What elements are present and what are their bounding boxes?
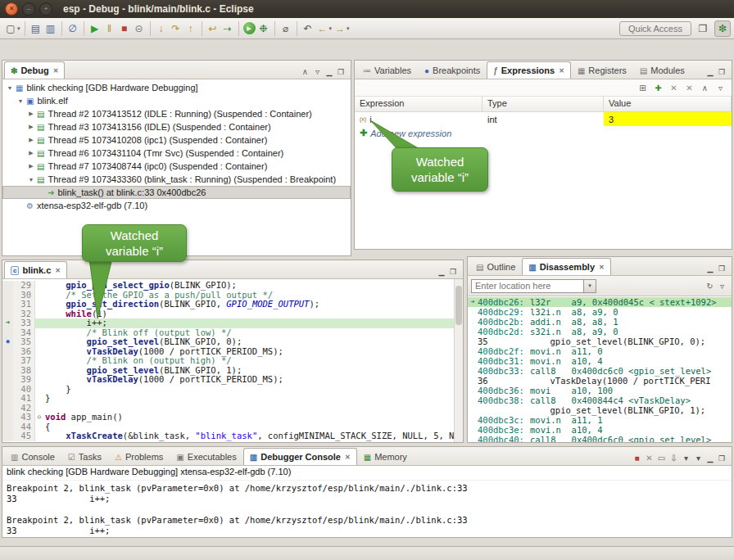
line-number[interactable]: 39 <box>13 375 35 385</box>
view-menu-icon[interactable]: ▿ <box>311 67 324 76</box>
debug-button[interactable]: ❉ <box>257 21 270 36</box>
tab-console[interactable]: ▥ Console <box>4 448 61 465</box>
disassembly-line[interactable]: gpio_set_level(BLINK_GPIO, 1); <box>468 405 732 415</box>
disassembly-line[interactable]: 400dbc31:movi.n a10, 4 <box>468 356 732 366</box>
disassembly-line[interactable]: 400dbc2d:s32i.n a8, a9, 0 <box>468 327 732 336</box>
forward-button[interactable]: → <box>333 21 347 36</box>
last-edit-location-button[interactable]: ↶ <box>301 21 315 36</box>
tab-debug[interactable]: ❇ Debug ✕ <box>4 61 65 79</box>
remove-all-expressions-icon[interactable]: ✕ <box>683 84 695 93</box>
add-expression-icon[interactable]: ✚ <box>360 128 367 138</box>
back-button[interactable]: ← <box>316 21 329 36</box>
maximize-button[interactable]: ❐ <box>716 264 727 273</box>
minimize-button[interactable]: ▁ <box>436 268 447 276</box>
window-close-button[interactable]: ✕ <box>5 2 18 16</box>
display-selected-console-icon[interactable]: ▾ <box>680 454 692 463</box>
show-type-names-icon[interactable]: ⊞ <box>637 84 649 93</box>
disassembly-line[interactable]: 36 vTaskDelay(1000 / portTICK_PERI <box>468 376 732 386</box>
tab-modules[interactable]: ▤ Modules <box>633 61 691 79</box>
collapse-all-icon[interactable]: ∧ <box>299 67 311 76</box>
remove-expression-icon[interactable]: ✕ <box>668 84 680 93</box>
console-output[interactable]: Breakpoint 2, blink_task (pvParameter=0x… <box>2 481 732 537</box>
code-line[interactable]: 43⊖void app_main() <box>2 413 463 422</box>
add-expression-label[interactable]: Add new expression <box>370 129 451 138</box>
back-menu-button[interactable]: ▾ <box>329 25 333 32</box>
new-wizard-button[interactable]: ▢ <box>4 21 17 36</box>
disassembly-line[interactable]: 400dbc2f:movi.n a11, 0 <box>468 346 732 356</box>
expand-down-icon[interactable]: ▼ <box>27 177 35 183</box>
step-return-button[interactable]: ↑ <box>184 21 197 36</box>
expand-down-icon[interactable]: ▼ <box>16 98 25 104</box>
instruction-stepping-button[interactable]: ⇢ <box>221 21 234 36</box>
step-over-button[interactable]: ↷ <box>170 21 183 36</box>
tab-problems[interactable]: ⚠ Problems <box>108 448 170 465</box>
disassembly-line[interactable]: 400dbc3c:movi.n a11, 1 <box>468 415 732 425</box>
code-line[interactable]: 39 vTaskDelay(1000 / portTICK_PERIOD_MS)… <box>2 375 463 385</box>
debug-tree-row[interactable]: ▶▤Thread #7 1073408744 (ipc0) (Suspended… <box>2 160 351 173</box>
expression-row[interactable]: (x) i int 3 <box>355 112 732 126</box>
close-icon[interactable]: ✕ <box>599 264 605 271</box>
view-menu-icon[interactable]: ▿ <box>714 84 727 93</box>
expand-right-icon[interactable]: ▶ <box>27 137 35 143</box>
tab-outline[interactable]: ▤ Outline <box>469 258 522 275</box>
save-button[interactable]: ▤ <box>29 21 43 36</box>
maximize-button[interactable]: ❐ <box>447 268 459 276</box>
debug-tree-row[interactable]: ⚙xtensa-esp32-elf-gdb (7.10) <box>2 199 351 212</box>
line-number[interactable]: 35 <box>13 337 35 347</box>
expand-right-icon[interactable]: ▶ <box>27 163 35 169</box>
maximize-button[interactable]: ❐ <box>716 454 727 463</box>
line-number[interactable]: 33 <box>13 318 35 328</box>
location-dropdown-button[interactable]: ▾ <box>584 279 596 293</box>
disconnect-button[interactable]: ⊝ <box>133 21 146 36</box>
close-icon[interactable]: ✕ <box>559 67 564 75</box>
minimize-button[interactable]: ▁ <box>324 68 335 76</box>
debug-tree-row[interactable]: ▶▤Thread #6 1073431104 (Tmr Svc) (Suspen… <box>2 147 351 160</box>
expression-name-cell[interactable]: (x) i <box>355 112 483 126</box>
open-console-icon[interactable]: ▾ <box>692 454 705 463</box>
column-header-type[interactable]: Type <box>483 97 604 111</box>
line-number[interactable]: 37 <box>13 356 35 366</box>
code-line[interactable]: 45 xTaskCreate(&blink_task, "blink_task"… <box>2 431 463 441</box>
debug-tree-row[interactable]: ▼▣blink.elf <box>2 94 351 107</box>
suspend-button[interactable]: ‖ <box>103 21 116 36</box>
open-perspective-button[interactable]: ❐ <box>695 20 711 37</box>
tab-memory[interactable]: ▦ Memory <box>357 448 414 465</box>
line-number[interactable]: 29 <box>13 281 35 291</box>
terminate-button[interactable]: ■ <box>118 21 131 36</box>
tab-breakpoints[interactable]: ● Breakpoints <box>418 61 487 79</box>
column-header-value[interactable]: Value <box>604 97 732 111</box>
debug-tree-row[interactable]: ▶▤Thread #2 1073413512 (IDLE : Running) … <box>2 107 351 120</box>
tab-tasks[interactable]: ☑ Tasks <box>61 448 108 465</box>
window-minimize-button[interactable]: – <box>22 2 35 16</box>
expand-down-icon[interactable]: ▼ <box>6 85 14 91</box>
line-number[interactable]: 45 <box>13 431 35 441</box>
remove-all-terminated-icon[interactable]: ✕ <box>643 454 655 463</box>
disassembly-line[interactable]: 400dbc38:call8 0x400844c4 <vTaskDelay> <box>468 395 732 405</box>
expression-value-cell[interactable]: 3 <box>604 112 732 126</box>
debug-tree-row[interactable]: ▶▤Thread #5 1073410208 (ipc1) (Suspended… <box>2 133 351 147</box>
disassembly-line[interactable]: 400dbc40:call8 0x400dc6c0 <gpio_set_leve… <box>468 435 732 442</box>
column-header-expression[interactable]: Expression <box>355 97 483 111</box>
debug-tree-row[interactable]: ▼▦blink checking [GDB Hardware Debugging… <box>2 81 351 94</box>
tab-expressions[interactable]: ƒ Expressions ✕ <box>487 61 571 79</box>
tab-disassembly[interactable]: ▥ Disassembly ✕ <box>522 258 610 275</box>
clear-console-icon[interactable]: ▭ <box>655 454 668 463</box>
window-maximize-button[interactable]: + <box>39 2 52 16</box>
tab-executables[interactable]: ▣ Executables <box>170 448 242 465</box>
expand-right-icon[interactable]: ▶ <box>27 111 35 117</box>
location-input[interactable] <box>471 279 584 293</box>
line-number[interactable]: 43 <box>13 413 35 422</box>
editor-scrollbar-thumb[interactable] <box>455 286 462 325</box>
drop-to-frame-button[interactable]: ↩ <box>206 21 220 36</box>
close-icon[interactable]: ✕ <box>345 454 351 461</box>
quick-access-button[interactable]: Quick Access <box>619 21 691 36</box>
debug-tree-row[interactable]: ▼▤Thread #9 1073433360 (blink_task : Run… <box>2 173 351 186</box>
save-all-button[interactable]: ▥ <box>44 21 57 36</box>
disassembly-line[interactable]: 400dbc3e:movi.n a10, 4 <box>468 425 732 435</box>
tab-blink-c[interactable]: c blink.c ✕ <box>4 261 67 278</box>
run-button[interactable]: ▶ <box>243 22 256 34</box>
new-wizard-menu-button[interactable]: ▾ <box>17 25 20 32</box>
debug-tree-row[interactable]: ▶▤Thread #3 1073413156 (IDLE) (Suspended… <box>2 120 351 133</box>
minimize-button[interactable]: ▁ <box>705 68 716 76</box>
minimize-button[interactable]: ▁ <box>705 454 716 463</box>
